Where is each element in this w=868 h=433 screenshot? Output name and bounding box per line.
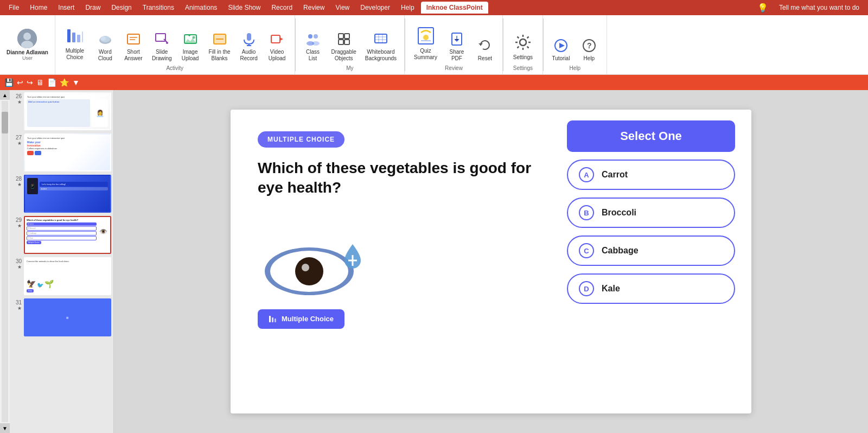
slide-item-28[interactable]: 28 ★ 📱 Let's keep the fun rolling! ■ ■ ■… <box>12 175 111 213</box>
answer-option-c[interactable]: C Cabbage <box>567 235 735 266</box>
ribbon-fill-blanks[interactable]: Fill in theBlanks <box>206 28 234 64</box>
share-pdf-label: SharePDF <box>450 49 464 62</box>
slide-item-27[interactable]: 27 ★ Turn your slides into an interactiv… <box>12 133 111 171</box>
multiple-choice-icon <box>64 25 86 47</box>
tell-me-area[interactable]: 💡 Tell me what you want to do <box>753 2 864 14</box>
ribbon-tutorial[interactable]: Tutorial <box>548 35 574 64</box>
slide-thumb-29[interactable]: Which of these vegetables is good for ey… <box>24 216 111 254</box>
ribbon-share-pdf[interactable]: SharePDF <box>444 28 470 64</box>
slide-thumb-30[interactable]: Connect the animals to show the food cha… <box>24 257 111 295</box>
quick-access-toolbar: 💾 ↩ ↪ 🖥 📄 ⭐ ▼ <box>0 75 868 90</box>
ribbon-quiz-summary[interactable]: QuizSummary <box>410 22 442 64</box>
menu-transitions[interactable]: Transitions <box>138 3 178 12</box>
whiteboard-backgrounds-label: WhiteboardBackgrounds <box>365 49 397 62</box>
svg-rect-33 <box>344 40 349 44</box>
ribbon-reset[interactable]: Reset <box>472 35 498 64</box>
slide-item-30[interactable]: 30 ★ Connect the animals to show the foo… <box>12 257 111 295</box>
ribbon-audio-record[interactable]: AudioRecord <box>236 28 262 64</box>
svg-point-17 <box>192 36 195 39</box>
my-section: ClassList DraggableObjects <box>296 15 405 74</box>
user-name: Dianne Adlawan <box>7 49 48 55</box>
help-label: Help <box>584 55 595 62</box>
option-letter-b: B <box>579 205 594 220</box>
menu-review[interactable]: Review <box>299 3 329 12</box>
audio-record-icon <box>240 30 258 48</box>
svg-rect-13 <box>156 34 165 41</box>
multiple-choice-button[interactable]: Multiple Choice <box>258 309 344 329</box>
select-one-banner: Select One <box>567 120 735 152</box>
svg-point-44 <box>520 39 526 46</box>
menu-record[interactable]: Record <box>267 3 297 12</box>
menu-draw[interactable]: Draw <box>81 3 105 12</box>
image-upload-label: ImageUpload <box>182 49 199 62</box>
qa-dropdown-icon[interactable]: ▼ <box>72 78 80 87</box>
slide-item-26[interactable]: 26 ★ Turn your slides into an interactiv… <box>12 92 111 130</box>
ribbon-settings[interactable]: Settings <box>508 28 538 64</box>
svg-point-52 <box>302 264 309 271</box>
slide-thumb-26[interactable]: Turn your slides into an interactive qui… <box>24 92 111 130</box>
slide-number-31: 31 ★ <box>12 298 22 311</box>
menu-view[interactable]: View <box>331 3 354 12</box>
ribbon-short-answer[interactable]: ShortAnswer <box>120 28 146 64</box>
slide-canvas: MULTIPLE CHOICE Which of these vegetable… <box>231 110 751 413</box>
slide-thumb-27[interactable]: Turn your slides into an interactive qui… <box>24 133 111 171</box>
settings-icon <box>512 31 534 53</box>
qa-redo-icon[interactable]: ↪ <box>27 78 33 87</box>
slide-star-28: ★ <box>17 182 22 187</box>
eye-svg <box>258 214 372 298</box>
answer-option-d[interactable]: D Kale <box>567 273 735 304</box>
slide-number-26: 26 ★ <box>12 92 22 105</box>
option-text-d: Kale <box>602 284 620 294</box>
settings-section: Settings Settings <box>503 15 543 74</box>
slide-number-30: 30 ★ <box>12 257 22 270</box>
svg-point-1 <box>23 33 31 40</box>
slide-thumb-28[interactable]: 📱 Let's keep the fun rolling! ■ ■ ■ ■ <box>24 175 111 213</box>
menu-animations[interactable]: Animations <box>181 3 221 12</box>
scroll-up-button[interactable]: ▲ <box>0 90 10 100</box>
slide-star-27: ★ <box>17 141 22 146</box>
class-list-icon <box>304 30 322 48</box>
qa-present-icon[interactable]: 🖥 <box>36 78 44 87</box>
qa-star-icon[interactable]: ⭐ <box>60 78 69 87</box>
slide-item-29[interactable]: 29 ★ Which of these vegetables is good f… <box>12 216 111 254</box>
svg-rect-5 <box>77 35 80 42</box>
answer-option-a[interactable]: A Carrot <box>567 160 735 190</box>
menu-help[interactable]: Help <box>397 3 419 12</box>
ribbon-whiteboard-backgrounds[interactable]: WhiteboardBackgrounds <box>362 28 400 64</box>
slide-question: Which of these vegetables is good for ey… <box>258 158 534 198</box>
scroll-down-button[interactable]: ▼ <box>0 423 10 433</box>
menu-file[interactable]: File <box>4 3 23 12</box>
svg-rect-32 <box>339 40 343 44</box>
ribbon-video-upload[interactable]: VideoUpload <box>264 28 290 64</box>
svg-point-9 <box>100 36 106 41</box>
menu-classpoint[interactable]: Inknoe ClassPoint <box>421 2 488 14</box>
qa-save-icon[interactable]: 💾 <box>4 78 14 87</box>
ribbon-multiple-choice[interactable]: MultipleChoice <box>60 22 90 64</box>
ribbon-image-upload[interactable]: ImageUpload <box>177 28 203 64</box>
ribbon-class-list[interactable]: ClassList <box>300 28 326 64</box>
ribbon-draggable-objects[interactable]: DraggableObjects <box>328 28 360 64</box>
fill-blanks-label: Fill in theBlanks <box>209 49 231 62</box>
svg-point-29 <box>312 41 320 46</box>
tell-me-text: Tell me what you want to do <box>775 3 864 12</box>
menu-slideshow[interactable]: Slide Show <box>224 3 265 12</box>
slide-thumb-31[interactable]: ■ <box>24 298 111 336</box>
slide-drawing-icon <box>153 30 170 48</box>
ribbon-word-cloud[interactable]: WordCloud <box>92 28 118 64</box>
menu-design[interactable]: Design <box>107 3 136 12</box>
menu-home[interactable]: Home <box>25 3 52 12</box>
menu-insert[interactable]: Insert <box>54 3 79 12</box>
scroll-thumb[interactable] <box>2 112 8 133</box>
ribbon-slide-drawing[interactable]: SlideDrawing <box>149 28 175 64</box>
svg-rect-56 <box>272 317 273 322</box>
qa-undo-icon[interactable]: ↩ <box>17 78 23 87</box>
svg-rect-4 <box>72 33 75 42</box>
ribbon-help[interactable]: ? Help <box>576 35 602 64</box>
slide-panel: 26 ★ Turn your slides into an interactiv… <box>10 90 114 433</box>
slide-number-29: 29 ★ <box>12 216 22 228</box>
answer-option-b[interactable]: B Broccoli <box>567 198 735 228</box>
menu-developer[interactable]: Developer <box>356 3 394 12</box>
qa-file-icon[interactable]: 📄 <box>47 78 56 87</box>
slide-item-31[interactable]: 31 ★ ■ <box>12 298 111 336</box>
whiteboard-backgrounds-icon <box>372 30 390 48</box>
